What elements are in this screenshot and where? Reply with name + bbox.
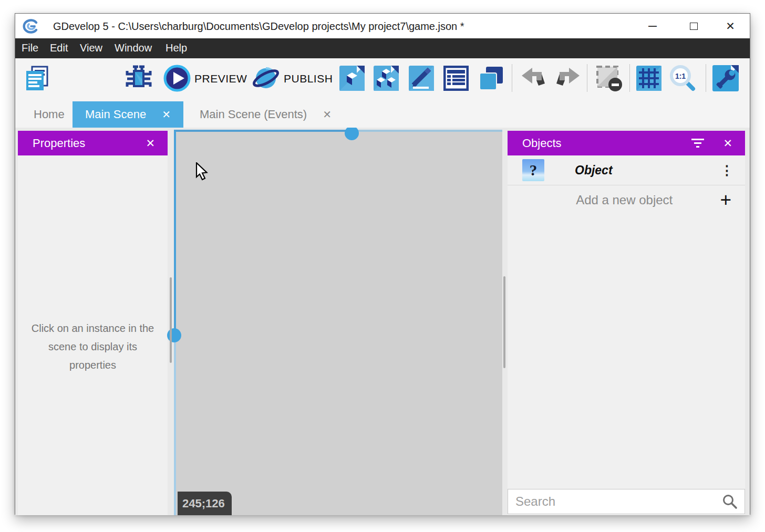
undo-arrow-icon <box>521 67 546 90</box>
minimize-button[interactable]: — <box>637 14 668 38</box>
edit-scene-properties-button[interactable] <box>409 65 434 91</box>
add-object-label: Add a new object <box>508 193 720 207</box>
publish-globe-icon <box>252 64 280 92</box>
scene-window-left-edge <box>174 130 176 335</box>
properties-pencil-icon <box>409 66 434 91</box>
debug-bug-icon <box>126 65 152 91</box>
cursor-coordinates-badge: 245;126 <box>178 492 232 515</box>
tab-main-scene-events[interactable]: Main Scene (Events) ✕ <box>186 101 345 128</box>
properties-empty-message: Click on an instance in the scene to dis… <box>26 319 160 374</box>
edit-objects-button[interactable] <box>374 65 399 91</box>
zoom-ratio-label: 1:1 <box>675 72 686 80</box>
toolbar-separator <box>587 64 587 92</box>
menu-file[interactable]: File <box>22 42 38 54</box>
close-window-button[interactable]: ✕ <box>715 14 746 38</box>
search-icon[interactable] <box>722 494 738 509</box>
properties-close-icon[interactable]: ✕ <box>146 137 155 150</box>
redo-button[interactable] <box>555 65 581 91</box>
gdevelop-logo-icon <box>22 18 39 35</box>
scene-settings-button[interactable] <box>712 65 739 91</box>
preview-label[interactable]: PREVIEW <box>194 72 247 85</box>
settings-wrench-icon <box>712 65 739 91</box>
scene-window-top-edge-faded <box>352 130 502 132</box>
object-search-input[interactable] <box>508 494 722 509</box>
scene-window-left-edge-faded <box>174 335 176 515</box>
object-search-bar <box>508 489 745 514</box>
layers-icon <box>478 65 504 91</box>
scene-window-top-edge <box>174 130 352 132</box>
object-list-item[interactable]: ? Object ⋮ <box>508 155 745 185</box>
menu-edit[interactable]: Edit <box>50 42 68 54</box>
edit-layers-button[interactable] <box>478 65 504 91</box>
zoom-one-to-one-icon: 1:1 <box>668 64 697 93</box>
toolbar-separator <box>629 64 630 92</box>
menu-help[interactable]: Help <box>166 42 187 54</box>
filter-icon[interactable] <box>691 139 704 148</box>
tab-main-scene-events-close-icon[interactable]: ✕ <box>323 108 332 121</box>
objects-header: Objects ✕ <box>508 131 745 155</box>
plus-icon[interactable]: + <box>720 190 731 210</box>
add-object-row[interactable]: Add a new object + <box>508 185 745 214</box>
tab-main-scene-close-icon[interactable]: ✕ <box>162 108 171 121</box>
properties-title: Properties <box>33 137 146 150</box>
question-mark-icon: ? <box>522 159 544 181</box>
project-manager-button[interactable] <box>24 65 50 91</box>
objects-panel: Objects ✕ ? Object ⋮ Add a new object + <box>508 131 745 515</box>
preview-play-icon <box>163 65 191 92</box>
toolbar-separator <box>706 64 706 92</box>
tab-home[interactable]: Home <box>18 101 80 128</box>
clear-selection-button[interactable] <box>595 65 623 91</box>
tab-bar: Home Main Scene ✕ Main Scene (Events) ✕ <box>15 98 750 128</box>
redo-arrow-icon <box>555 67 581 90</box>
maximize-icon <box>690 23 698 30</box>
window-title: GDevelop 5 - C:\Users\charburg\Documents… <box>53 20 464 33</box>
tab-main-scene[interactable]: Main Scene ✕ <box>73 101 183 128</box>
properties-scrollbar[interactable] <box>170 277 172 363</box>
properties-panel: Properties ✕ Click on an instance in the… <box>18 131 168 515</box>
menu-bar: File Edit View Window Help <box>15 38 750 58</box>
title-bar: GDevelop 5 - C:\Users\charburg\Documents… <box>15 14 750 38</box>
objects-close-icon[interactable]: ✕ <box>723 137 732 150</box>
preview-button[interactable] <box>163 65 191 91</box>
properties-header: Properties ✕ <box>18 131 168 155</box>
app-window: GDevelop 5 - C:\Users\charburg\Documents… <box>15 13 750 515</box>
maximize-button[interactable] <box>678 14 709 38</box>
clear-selection-icon <box>595 65 623 92</box>
debug-button[interactable] <box>126 65 152 91</box>
canvas-scrollbar[interactable] <box>503 276 505 368</box>
zoom-reset-button[interactable]: 1:1 <box>668 65 697 91</box>
mouse-cursor-icon <box>195 162 210 182</box>
objects-cubes-icon <box>374 66 399 91</box>
grid-icon <box>636 66 661 91</box>
properties-body: Click on an instance in the scene to dis… <box>18 155 168 515</box>
objects-title: Objects <box>522 137 691 150</box>
toolbar-separator <box>512 64 512 92</box>
main-area: Properties ✕ Click on an instance in the… <box>15 128 750 515</box>
project-manager-icon <box>24 65 50 91</box>
object-menu-dots-icon[interactable]: ⋮ <box>720 164 733 177</box>
grid-button[interactable] <box>636 65 661 91</box>
undo-button[interactable] <box>521 65 546 91</box>
scene-canvas[interactable] <box>174 130 502 515</box>
edit-events-button[interactable] <box>443 65 469 91</box>
events-list-icon <box>443 66 469 91</box>
menu-window[interactable]: Window <box>115 42 152 54</box>
object-name-label: Object <box>575 163 720 178</box>
edit-scene-button[interactable] <box>339 65 365 91</box>
publish-button[interactable] <box>252 65 280 91</box>
scene-cube-icon <box>339 66 365 91</box>
toolbar: PREVIEW PUBLISH <box>15 58 750 98</box>
menu-view[interactable]: View <box>80 42 102 54</box>
tab-main-scene-events-label: Main Scene (Events) <box>200 108 307 121</box>
tab-main-scene-label: Main Scene <box>85 108 146 121</box>
tab-home-label: Home <box>34 108 65 121</box>
publish-label[interactable]: PUBLISH <box>284 72 333 85</box>
